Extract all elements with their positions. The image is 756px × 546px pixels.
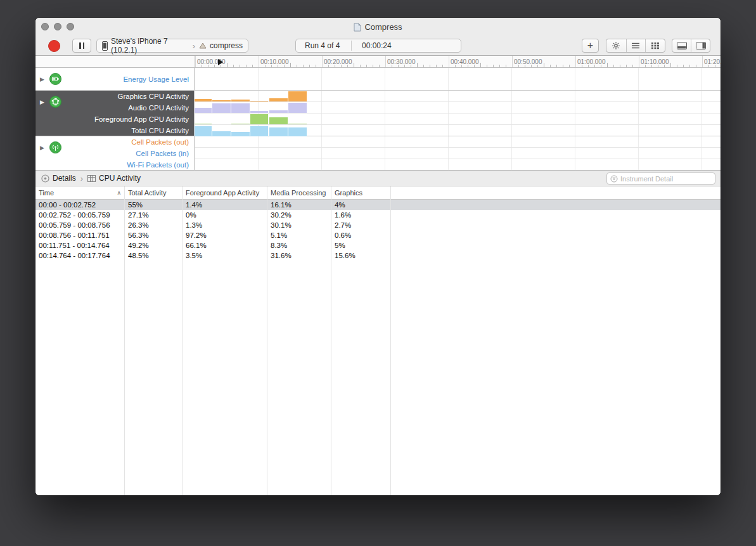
chevron-right-icon: › (80, 174, 83, 183)
chart-bar (231, 103, 250, 113)
table-cell: 31.6% (267, 252, 331, 259)
column-header-graphics[interactable]: Graphics (331, 186, 391, 199)
right-pane-icon (696, 42, 706, 49)
table-cell: 0% (183, 211, 267, 219)
track-label[interactable]: Wi-Fi Packets (out) (35, 159, 194, 170)
filter-field[interactable] (606, 172, 715, 185)
table-row[interactable]: 00:05.759 - 00:08.75626.3%1.3%30.1%2.7% (35, 220, 721, 230)
chart-bar (288, 127, 307, 136)
column-header-media-processing[interactable]: Media Processing (267, 186, 331, 199)
track-chart (195, 136, 721, 170)
pause-button[interactable] (72, 39, 91, 53)
column-header-foreground-app-activity[interactable]: Foreground App Activity (183, 186, 267, 199)
track-label[interactable]: Graphics CPU Activity (35, 91, 194, 102)
track-chart-row[interactable] (195, 114, 721, 125)
sort-ascending-icon: ∧ (117, 186, 121, 199)
track-group[interactable]: ▶Graphics CPU ActivityAudio CPU Activity… (35, 91, 721, 136)
breadcrumb-cpu-activity[interactable]: CPU Activity (99, 174, 141, 183)
column-header-label: Foreground App Activity (186, 189, 259, 197)
plus-icon: + (587, 40, 593, 51)
table-cell: 15.6% (331, 252, 391, 259)
record-settings-button[interactable] (606, 39, 626, 52)
filter-input[interactable] (620, 175, 712, 183)
add-instrument-button[interactable]: + (582, 39, 599, 53)
chart-bar (269, 127, 288, 136)
details-icon (41, 174, 49, 183)
track-chart-row[interactable] (195, 102, 721, 114)
track-sidebar: ▶Cell Packets (out)Cell Packets (in)Wi-F… (35, 136, 195, 170)
toggle-detail-pane-button[interactable] (672, 39, 691, 52)
table-row[interactable]: 00:11.751 - 00:14.76449.2%66.1%8.3%5% (35, 240, 721, 250)
pane-toggle-buttons (672, 39, 710, 53)
timeline-ruler[interactable]: 00:00.00000:10.00000:20.00000:30.00000:4… (35, 56, 721, 68)
table-cell: 30.1% (267, 221, 331, 229)
chart-bar (269, 98, 288, 101)
track-chart-row[interactable] (195, 159, 721, 170)
chart-bar (288, 103, 307, 113)
track-chart (195, 91, 721, 136)
titlebar[interactable]: Compress (35, 18, 721, 36)
elapsed-timer: 00:00:24 (362, 39, 392, 52)
track-chart-row[interactable] (195, 91, 721, 102)
track-chart-row[interactable] (195, 125, 721, 136)
table-cell: 1.4% (183, 201, 267, 209)
table-cell: 49.2% (125, 242, 183, 249)
track-chart-row[interactable] (195, 148, 721, 159)
grid-icon (651, 42, 660, 49)
column-header-total-activity[interactable]: Total Activity (125, 186, 183, 199)
chart-bar (250, 101, 269, 101)
table-cell: 1.3% (183, 221, 267, 229)
instruments-list-button[interactable] (626, 39, 646, 52)
track-sidebar: ▶Energy Usage Level (35, 68, 195, 90)
table-cell: 16.1% (267, 201, 331, 209)
table-row[interactable]: 00:08.756 - 00:11.75156.3%97.2%5.1%0.6% (35, 230, 721, 240)
track-group[interactable]: ▶Energy Usage Level (35, 68, 721, 91)
target-name[interactable]: compress (210, 41, 243, 50)
toolbar: Steve's iPhone 7 (10.2.1) › compress Run… (35, 36, 721, 56)
table-cell: 66.1% (183, 242, 267, 249)
table-row[interactable]: 00:14.764 - 00:17.76448.5%3.5%31.6%15.6% (35, 250, 721, 261)
device-name[interactable]: Steve's iPhone 7 (10.2.1) (111, 37, 189, 55)
iphone-icon (102, 41, 108, 51)
chart-bar (250, 126, 269, 136)
table-cell: 56.3% (125, 231, 183, 239)
divider (351, 41, 352, 51)
track-label[interactable]: Energy Usage Level (35, 68, 194, 91)
instruments-window: Compress Steve's iPhone 7 (10.2.1) › com… (35, 18, 721, 495)
chart-bar (231, 132, 250, 136)
table-row[interactable]: 00:00 - 00:02.75255%1.4%16.1%4% (35, 200, 721, 210)
chart-bar (269, 117, 288, 124)
track-label[interactable]: Audio CPU Activity (35, 102, 194, 114)
tracks-area: ▶Energy Usage Level▶Graphics CPU Activit… (35, 68, 721, 170)
track-label[interactable]: Total CPU Activity (35, 125, 194, 136)
column-header-label: Graphics (335, 189, 362, 197)
track-chart-row[interactable] (195, 136, 721, 148)
list-icon (631, 42, 640, 49)
chart-bar (212, 100, 231, 101)
table-cell: 00:00 - 00:02.752 (35, 201, 125, 209)
track-chart-row[interactable] (195, 68, 721, 91)
chart-bar (288, 91, 307, 101)
playhead-marker[interactable] (218, 59, 223, 65)
strategy-grid-button[interactable] (645, 39, 665, 52)
table-header: Time∧Total ActivityForeground App Activi… (35, 186, 721, 200)
target-app-icon (199, 42, 207, 49)
track-sidebar: ▶Graphics CPU ActivityAudio CPU Activity… (35, 91, 195, 136)
table-cell: 00:08.756 - 00:11.751 (35, 231, 125, 239)
toggle-inspector-pane-button[interactable] (691, 39, 710, 52)
table-cell: 55% (125, 201, 183, 209)
chart-bar (231, 100, 250, 101)
view-mode-buttons (606, 39, 665, 53)
table-cell: 30.2% (267, 211, 331, 219)
track-label[interactable]: Cell Packets (in) (35, 148, 194, 159)
record-button[interactable] (46, 39, 62, 53)
chevron-right-icon: › (193, 41, 195, 51)
track-label[interactable]: Foreground App CPU Activity (35, 114, 194, 125)
breadcrumb-details[interactable]: Details (53, 174, 76, 183)
track-label[interactable]: Cell Packets (out) (35, 136, 194, 148)
column-header-time[interactable]: Time∧ (35, 186, 125, 199)
track-group[interactable]: ▶Cell Packets (out)Cell Packets (in)Wi-F… (35, 136, 721, 170)
ruler-ticks: 00:00.00000:10.00000:20.00000:30.00000:4… (195, 56, 721, 67)
table-row[interactable]: 00:02.752 - 00:05.75927.1%0%30.2%1.6% (35, 210, 721, 220)
target-device-selector[interactable]: Steve's iPhone 7 (10.2.1) › compress (96, 39, 248, 53)
